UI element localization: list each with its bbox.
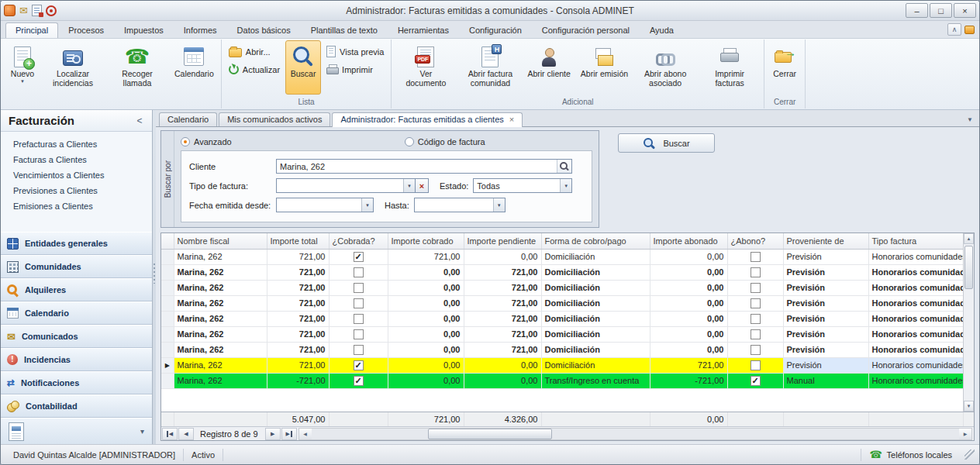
header-cobrada[interactable]: ¿Cobrada? — [329, 233, 388, 249]
scroll-right-icon[interactable]: ▶ — [959, 429, 971, 439]
table-row[interactable]: Marina, 262 721,00 0,00 721,00 Domicilia… — [161, 342, 963, 357]
abrir-emision-button[interactable]: Abrir emisión — [576, 40, 633, 95]
record-icon[interactable] — [46, 5, 57, 16]
sidebar-item-facturas[interactable]: Facturas a Clientes — [1, 152, 152, 167]
cerrar-button[interactable]: → Cerrar — [767, 40, 802, 95]
table-row[interactable]: Marina, 262 721,00 0,00 721,00 Domicilia… — [161, 311, 963, 326]
actualizar-button[interactable]: Actualizar — [224, 61, 285, 78]
close-button[interactable]: × — [954, 3, 976, 18]
sidebar-group-comunicados[interactable]: ✉ Comunicados — [1, 325, 152, 348]
cobrada-checkbox[interactable] — [354, 267, 364, 277]
header-importe-total[interactable]: Importe total — [267, 233, 329, 249]
cliente-input[interactable]: Marina, 262 — [276, 159, 572, 174]
cobrada-checkbox[interactable] — [354, 314, 364, 324]
ribbon-tab-plantillas[interactable]: Plantillas de texto — [301, 22, 388, 38]
cobrada-checkbox[interactable] — [354, 360, 364, 370]
ribbon-tab-herramientas[interactable]: Herramientas — [388, 22, 459, 38]
abono-checkbox[interactable] — [751, 345, 761, 355]
abrir-factura-comunidad-button[interactable]: H Abrir factura comunidad — [458, 40, 522, 95]
cobrada-checkbox[interactable] — [354, 329, 364, 339]
tab-mis-comunicados[interactable]: Mis comunicados activos — [219, 112, 330, 126]
nuevo-button[interactable]: Nuevo ▼ — [5, 40, 40, 95]
tab-calendario[interactable]: Calendario — [159, 112, 217, 126]
next-record-button[interactable]: ▶ — [265, 428, 281, 440]
hasta-combo-arrow-icon[interactable]: ▼ — [493, 198, 505, 212]
scroll-left-icon[interactable]: ◀ — [299, 429, 312, 439]
scroll-down-icon[interactable]: ▼ — [964, 401, 974, 412]
abrir-button[interactable]: Abrir... — [224, 43, 285, 60]
minimize-button[interactable]: – — [906, 3, 928, 18]
abono-checkbox[interactable] — [751, 252, 761, 262]
ribbon-tab-configuracion[interactable]: Configuración — [459, 22, 532, 38]
abono-checkbox[interactable] — [751, 298, 761, 308]
abrir-cliente-button[interactable]: Abrir cliente — [523, 40, 575, 95]
header-nombre-fiscal[interactable]: Nombre fiscal — [174, 233, 267, 249]
header-proveniente[interactable]: Proveniente de — [783, 233, 868, 249]
estado-combo[interactable]: Todas ▼ — [473, 178, 572, 193]
header-tipo-factura[interactable]: Tipo factura — [868, 233, 963, 249]
ribbon-tab-configuracion-personal[interactable]: Configuración personal — [532, 22, 640, 38]
nuevo-dropdown-icon[interactable]: ▼ — [20, 79, 25, 84]
vertical-scrollbar[interactable]: ▲ ▼ — [963, 233, 974, 412]
app-icon[interactable] — [4, 5, 16, 16]
sidebar-group-incidencias[interactable]: ! Incidencias — [1, 348, 152, 371]
header-forma-cobro[interactable]: Forma de cobro/pago — [541, 233, 650, 249]
ribbon-collapse-button[interactable]: ∧ — [947, 23, 961, 36]
maximize-button[interactable]: □ — [930, 3, 952, 18]
report-icon[interactable] — [9, 422, 24, 441]
ribbon-tab-ayuda[interactable]: Ayuda — [640, 22, 684, 38]
ribbon-options-icon[interactable] — [964, 26, 975, 34]
tasks-icon[interactable] — [32, 5, 42, 16]
hasta-combo[interactable]: ▼ — [414, 198, 506, 212]
radio-avanzado[interactable]: Avanzado — [181, 137, 232, 146]
table-row[interactable]: Marina, 262 721,00 0,00 721,00 Domicilia… — [161, 264, 963, 280]
sidebar-group-comunidades[interactable]: Comunidades — [1, 255, 152, 278]
cobrada-checkbox[interactable] — [354, 298, 364, 308]
sidebar-group-notificaciones[interactable]: ⇄ Notificaciones — [1, 371, 152, 394]
table-row[interactable]: Marina, 262 721,00 0,00 721,00 Domicilia… — [161, 295, 963, 311]
first-record-button[interactable]: ◀ — [162, 428, 178, 440]
ribbon-tab-impuestos[interactable]: Impuestos — [114, 22, 174, 38]
cobrada-checkbox[interactable] — [354, 283, 364, 293]
status-phones[interactable]: ☎ Teléfonos locales — [861, 449, 960, 461]
tipo-factura-combo[interactable]: ▼ — [276, 178, 416, 193]
abono-checkbox[interactable] — [751, 267, 761, 277]
table-row[interactable]: Marina, 262 721,00 0,00 721,00 Domicilia… — [161, 326, 963, 342]
table-row[interactable]: Marina, 262 721,00 0,00 721,00 Domicilia… — [161, 280, 963, 295]
header-importe-abonado[interactable]: Importe abonado — [650, 233, 727, 249]
sidebar-overflow-icon[interactable]: ▾ — [140, 427, 144, 436]
abrir-abono-asociado-button[interactable]: Abrir abono asociado — [633, 40, 697, 95]
imprimir-button[interactable]: Imprimir — [322, 61, 388, 78]
tipo-clear-button[interactable]: × — [416, 178, 429, 193]
last-record-button[interactable]: ▶ — [281, 428, 297, 440]
vertical-scroll-thumb[interactable] — [964, 246, 973, 289]
abono-checkbox[interactable] — [751, 360, 761, 370]
sidebar-item-previsiones[interactable]: Previsiones a Clientes — [1, 183, 152, 198]
vista-previa-button[interactable]: Vista previa — [322, 43, 388, 60]
sidebar-collapse-icon[interactable]: < — [133, 115, 146, 126]
tipo-combo-arrow-icon[interactable]: ▼ — [403, 179, 415, 192]
buscar-button[interactable]: Buscar — [285, 40, 321, 95]
table-row[interactable]: Marina, 262 721,00 721,00 0,00 Domicilia… — [161, 249, 963, 264]
resize-grip[interactable] — [964, 450, 975, 460]
sidebar-item-emisiones[interactable]: Emisiones a Clientes — [1, 198, 152, 214]
ribbon-tab-procesos[interactable]: Procesos — [58, 22, 114, 38]
imprimir-facturas-button[interactable]: Imprimir facturas — [698, 40, 761, 95]
sidebar-splitter[interactable] — [153, 110, 156, 444]
sidebar-group-contabilidad[interactable]: Contabilidad — [1, 394, 152, 418]
ribbon-tab-informes[interactable]: Informes — [174, 22, 227, 38]
cobrada-checkbox[interactable] — [354, 345, 364, 355]
sidebar-group-entidades[interactable]: Entidades generales — [1, 232, 152, 255]
cliente-lookup-button[interactable] — [557, 160, 571, 173]
calendario-button[interactable]: Calendario — [170, 40, 219, 95]
previous-record-button[interactable]: ◀ — [178, 428, 194, 440]
localizar-incidencias-button[interactable]: Localizar incidencias — [41, 40, 105, 95]
table-row-selected[interactable]: ▶ Marina, 262 721,00 0,00 0,00 Domicilia… — [161, 357, 963, 373]
table-row[interactable]: Marina, 262 -721,00 0,00 0,00 Transf/Ing… — [161, 373, 963, 388]
horizontal-scroll-thumb[interactable] — [428, 429, 552, 439]
estado-combo-arrow-icon[interactable]: ▼ — [560, 179, 571, 192]
sidebar-item-vencimientos[interactable]: Vencimientos a Clientes — [1, 167, 152, 183]
header-abono[interactable]: ¿Abono? — [727, 233, 783, 249]
mail-icon[interactable]: ✉ — [19, 5, 28, 16]
search-submit-button[interactable]: Buscar — [618, 133, 715, 153]
